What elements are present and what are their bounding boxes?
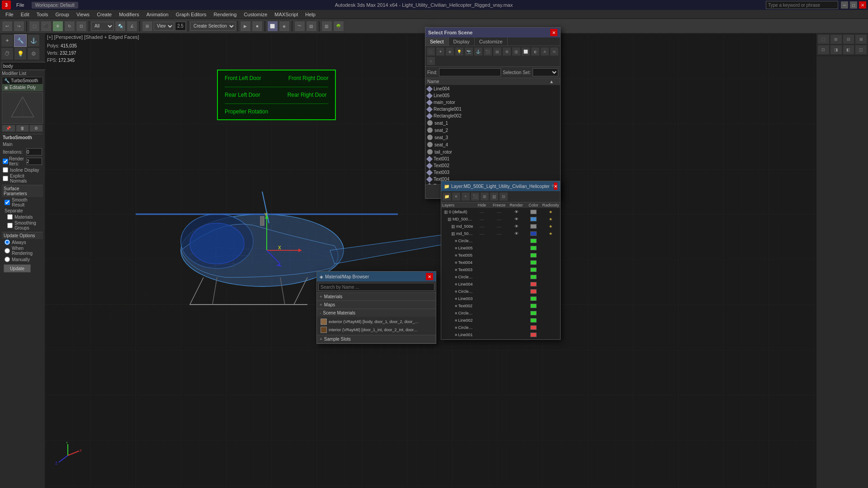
render-button[interactable]: ⬜ xyxy=(267,21,278,32)
layer-item[interactable]: ▥MD_500E_Li...Heli...--------👁★ xyxy=(441,216,560,223)
iterations-input[interactable] xyxy=(26,148,42,155)
pivot-input[interactable]: 2.5 xyxy=(175,22,186,31)
modifier-list[interactable]: 🔧 TurboSmooth ▣ Editable Poly xyxy=(2,77,43,91)
update-button[interactable]: Update xyxy=(4,264,31,272)
select-list-item[interactable]: main_rotor xyxy=(425,99,560,106)
layer-item[interactable]: ▥md_500e_controller--------👁★ xyxy=(441,230,560,237)
materials-section-header[interactable]: + Materials xyxy=(317,293,436,300)
menu-help[interactable]: Help xyxy=(302,11,319,18)
snap-toggle[interactable]: 🔩 xyxy=(115,21,126,32)
display-panel[interactable]: 💡 xyxy=(14,47,27,60)
select-region-button[interactable]: ⬛ xyxy=(41,21,52,32)
utilities-panel[interactable]: ⚙ xyxy=(27,47,40,60)
materials-check[interactable] xyxy=(7,214,13,220)
layer-tool-2[interactable]: ✕ xyxy=(452,192,461,201)
layer-item[interactable]: ■Line003 xyxy=(441,295,560,302)
layer-item[interactable]: ■Text005 xyxy=(441,252,560,259)
sel-tool-1[interactable]: ⬚ xyxy=(426,47,435,56)
motion-panel[interactable]: ⏱ xyxy=(1,47,14,60)
select-dialog-close[interactable]: ✕ xyxy=(550,29,557,36)
layer-item[interactable]: ■Text003 xyxy=(441,266,560,273)
layer-item[interactable]: ■Line005 xyxy=(441,244,560,252)
pin-stack-button[interactable]: 📌 xyxy=(2,125,15,132)
sample-slots-header[interactable]: + Sample Slots xyxy=(317,335,436,343)
layer-item[interactable]: ▥0 (default)--------👁★ xyxy=(441,208,560,216)
layer-tool-3[interactable]: + xyxy=(461,192,470,201)
layer-item[interactable]: ■Line002 xyxy=(441,317,560,324)
material-button[interactable]: ◈ xyxy=(279,21,290,32)
scene-xplorer-button[interactable]: 🌳 xyxy=(333,21,344,32)
layer-item[interactable]: ■Circle005 xyxy=(441,237,560,244)
layer-item[interactable]: ■Text002 xyxy=(441,302,560,310)
rs-icon-2[interactable]: ⊞ xyxy=(830,34,842,44)
close-button[interactable]: ✕ xyxy=(859,1,866,9)
select-list-item[interactable]: Text001 xyxy=(425,155,560,162)
minimize-button[interactable]: ─ xyxy=(841,1,848,9)
layer-tool-7[interactable]: ⊟ xyxy=(499,192,508,201)
select-tab-display[interactable]: Display xyxy=(449,38,475,46)
rs-icon-5[interactable]: ⊡ xyxy=(817,45,830,55)
always-radio[interactable] xyxy=(5,239,10,245)
menu-maxscript[interactable]: MAXScript xyxy=(271,11,302,18)
update-options-header[interactable]: Update Options xyxy=(2,232,43,239)
smoothing-groups-check[interactable] xyxy=(7,223,13,228)
create-selection[interactable]: Create Selection... xyxy=(190,22,236,31)
sel-inv[interactable]: I xyxy=(426,56,435,66)
layer-item[interactable]: ■Circle003 xyxy=(441,273,560,281)
menu-customize[interactable]: Customize xyxy=(240,11,271,18)
hud-front-left[interactable]: Front Left Door xyxy=(225,75,261,81)
menu-modifiers[interactable]: Modifiers xyxy=(115,11,143,18)
hud-rear-left[interactable]: Rear Left Door xyxy=(225,92,260,98)
maps-section-header[interactable]: + Maps xyxy=(317,301,436,309)
isoline-check[interactable] xyxy=(3,167,8,173)
sel-tool-3[interactable]: ◈ xyxy=(445,47,454,56)
layer-button[interactable]: ▥ xyxy=(321,21,332,32)
select-list-item[interactable]: seat_4 xyxy=(425,141,560,148)
menu-tools[interactable]: Tools xyxy=(33,11,52,18)
sel-tool-9[interactable]: ⊞ xyxy=(502,47,511,56)
maximize-button[interactable]: □ xyxy=(850,1,857,9)
manually-radio[interactable] xyxy=(5,257,10,262)
select-list-item[interactable]: seat_1 xyxy=(425,119,560,127)
redo-button[interactable]: ↪ xyxy=(14,21,24,32)
select-list-item[interactable]: Rectangle001 xyxy=(425,106,560,113)
render-iters-input[interactable] xyxy=(26,158,42,165)
smooth-result-check[interactable] xyxy=(5,200,10,205)
sel-all[interactable]: A xyxy=(540,47,549,56)
sel-tool-12[interactable]: ◐ xyxy=(531,47,540,56)
rs-icon-3[interactable]: ⊟ xyxy=(843,34,855,44)
explicit-normals-check[interactable] xyxy=(3,176,8,181)
menu-create[interactable]: Create xyxy=(93,11,115,18)
select-tab-customize[interactable]: Customize xyxy=(475,38,508,46)
config-button[interactable]: ⚙ xyxy=(29,125,43,132)
angle-snap[interactable]: ∡ xyxy=(127,21,137,32)
layer-item[interactable]: ■Circle002 xyxy=(441,310,560,317)
select-button[interactable]: ⬚ xyxy=(29,21,40,32)
layer-dialog-close[interactable]: ✕ xyxy=(554,183,557,190)
scene-mat-item-2[interactable]: interior (VRayMtl) [door_1_int, door_2_i… xyxy=(319,326,434,334)
rs-icon-8[interactable]: ◫ xyxy=(855,45,867,55)
menu-edit[interactable]: Edit xyxy=(17,11,33,18)
rs-icon-7[interactable]: ◧ xyxy=(843,45,855,55)
menu-graph-editors[interactable]: Graph Editors xyxy=(172,11,210,18)
stop-anim-button[interactable]: ■ xyxy=(252,21,263,32)
play-anim-button[interactable]: ▶ xyxy=(240,21,251,32)
selection-set-dropdown[interactable] xyxy=(533,68,558,76)
menu-rendering[interactable]: Rendering xyxy=(210,11,241,18)
sel-none[interactable]: N xyxy=(550,47,559,56)
curves-button[interactable]: 〜 xyxy=(294,21,305,32)
create-panel[interactable]: ✦ xyxy=(1,34,14,47)
menu-group[interactable]: Group xyxy=(52,11,73,18)
layer-item[interactable]: ■Text004 xyxy=(441,259,560,266)
scale-button[interactable]: ⊡ xyxy=(76,21,87,32)
layer-tool-4[interactable]: ⬛ xyxy=(471,192,480,201)
find-input[interactable] xyxy=(439,68,501,76)
scene-mat-item-1[interactable]: exterior (VRayMtl) [body, door_1, door_2… xyxy=(319,318,434,326)
filter-dropdown[interactable]: All xyxy=(91,22,114,31)
modifier-item-epoly[interactable]: ▣ Editable Poly xyxy=(2,84,42,91)
sel-tool-5[interactable]: 📷 xyxy=(464,47,473,56)
workspace-selector[interactable]: Workspace: Default xyxy=(32,2,78,9)
layer-tool-1[interactable]: 📁 xyxy=(442,192,451,201)
select-list-item[interactable]: Line005 xyxy=(425,92,560,99)
select-list-item[interactable]: tail_rotor xyxy=(425,148,560,155)
